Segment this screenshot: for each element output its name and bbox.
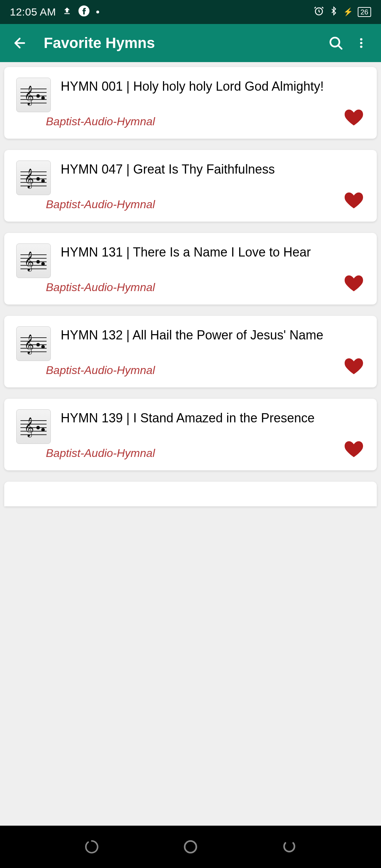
status-time: 12:05 AM [10, 6, 56, 18]
favorite-button[interactable] [342, 273, 365, 295]
status-left: 12:05 AM [10, 5, 99, 19]
svg-point-29 [41, 262, 45, 266]
svg-point-21 [41, 179, 45, 183]
system-nav-bar [0, 826, 381, 868]
svg-text:𝄞: 𝄞 [24, 85, 34, 106]
back-button[interactable] [7, 30, 32, 56]
favorite-button[interactable] [342, 107, 365, 129]
hymn-title: HYMN 001 | Holy holy holy Lord God Almig… [61, 78, 324, 94]
svg-point-13 [41, 96, 45, 100]
page-title: Favorite Hymns [44, 35, 323, 52]
svg-point-4 [360, 42, 363, 44]
app-bar: Favorite Hymns [0, 24, 381, 62]
charging-icon: ⚡ [343, 7, 353, 17]
upload-icon [62, 6, 72, 18]
svg-point-46 [185, 841, 196, 853]
svg-text:𝄞: 𝄞 [24, 251, 34, 272]
svg-point-37 [41, 345, 45, 349]
music-sheet-icon: 𝄞 [16, 78, 51, 112]
svg-point-45 [41, 428, 45, 432]
hymn-source: Baptist-Audio-Hymnal [46, 115, 365, 128]
notification-dot-icon [96, 11, 99, 13]
music-sheet-icon: 𝄞 [16, 161, 51, 195]
svg-point-3 [360, 38, 363, 41]
hymn-card[interactable]: 𝄞 HYMN 047 | Great Is Thy Faithfulness B… [4, 150, 377, 222]
alarm-icon [314, 6, 324, 19]
music-sheet-icon: 𝄞 [16, 326, 51, 361]
svg-text:𝄞: 𝄞 [24, 417, 34, 438]
hymn-source: Baptist-Audio-Hymnal [46, 281, 365, 294]
hymn-title: HYMN 047 | Great Is Thy Faithfulness [61, 161, 275, 177]
search-button[interactable] [323, 30, 349, 56]
svg-point-36 [36, 343, 40, 346]
svg-text:𝄞: 𝄞 [24, 334, 34, 355]
hymn-source: Baptist-Audio-Hymnal [46, 364, 365, 377]
music-sheet-icon: 𝄞 [16, 409, 51, 444]
facebook-icon [78, 5, 90, 19]
hymn-source: Baptist-Audio-Hymnal [46, 447, 365, 460]
status-bar: 12:05 AM ⚡ 26 [0, 0, 381, 24]
recents-button[interactable] [71, 833, 113, 861]
svg-point-20 [36, 177, 40, 181]
battery-level: 26 [358, 7, 371, 17]
status-right: ⚡ 26 [314, 6, 371, 19]
favorite-button[interactable] [342, 356, 365, 378]
bluetooth-icon [329, 6, 338, 19]
back-button-nav[interactable] [268, 833, 310, 861]
hymn-card[interactable]: 𝄞 HYMN 001 | Holy holy holy Lord God Alm… [4, 67, 377, 139]
favorite-button[interactable] [342, 190, 365, 212]
hymn-card[interactable]: 𝄞 HYMN 132 | All Hail the Power of Jesus… [4, 316, 377, 387]
favorite-button[interactable] [342, 439, 365, 461]
hymn-title: HYMN 132 | All Hail the Power of Jesus' … [61, 327, 323, 343]
hymn-title: HYMN 139 | I Stand Amazed in the Presenc… [61, 410, 315, 426]
svg-point-28 [36, 260, 40, 264]
svg-point-44 [36, 426, 40, 429]
hymn-title: HYMN 131 | There Is a Name I Love to Hea… [61, 244, 311, 260]
svg-text:𝄞: 𝄞 [24, 168, 34, 189]
home-button[interactable] [169, 833, 212, 861]
hymn-source: Baptist-Audio-Hymnal [46, 198, 365, 211]
hymn-card[interactable]: 𝄞 HYMN 139 | I Stand Amazed in the Prese… [4, 399, 377, 470]
content-area: 𝄞 HYMN 001 | Holy holy holy Lord God Alm… [0, 62, 381, 826]
svg-point-12 [36, 94, 40, 98]
hymn-card[interactable]: 𝄞 HYMN 131 | There Is a Name I Love to H… [4, 233, 377, 305]
svg-point-5 [360, 46, 363, 48]
more-options-button[interactable] [349, 30, 374, 56]
hymn-card-partial[interactable] [4, 482, 377, 506]
music-sheet-icon: 𝄞 [16, 243, 51, 278]
